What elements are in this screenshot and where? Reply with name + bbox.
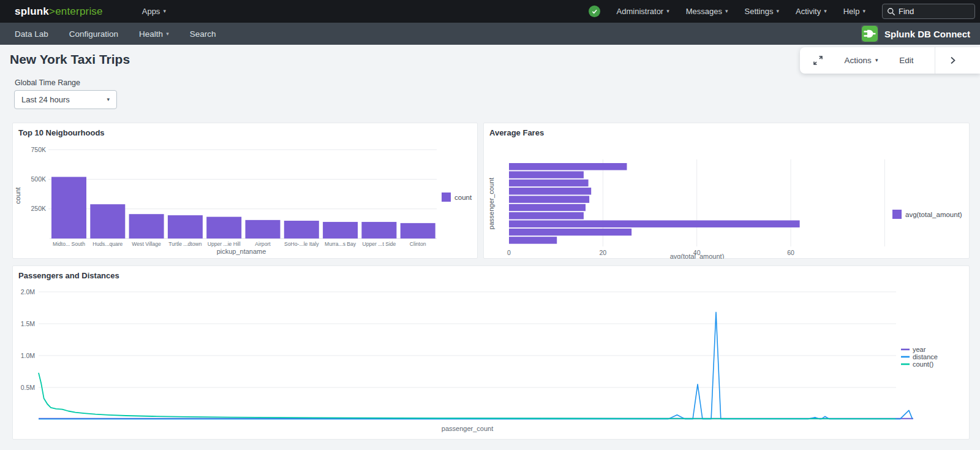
apps-menu-label: Apps <box>142 7 160 16</box>
nav-item-health[interactable]: Health ▾ <box>139 29 169 39</box>
app-name: Splunk DB Connect <box>884 29 970 39</box>
svg-text:20: 20 <box>600 249 607 256</box>
fullscreen-button[interactable] <box>800 47 835 74</box>
panel-title: Top 10 Neigbourhoods <box>13 123 477 137</box>
settings-menu-label: Settings <box>745 7 774 16</box>
svg-text:distance: distance <box>913 353 938 360</box>
svg-text:1.5M: 1.5M <box>21 320 35 327</box>
time-range-dropdown[interactable]: Last 24 hours ▾ <box>14 90 117 109</box>
svg-text:passenger_count: passenger_count <box>488 178 495 229</box>
actions-button-label: Actions <box>845 56 872 65</box>
logo-product: >enterprise <box>49 6 103 17</box>
more-panel-button[interactable] <box>935 47 970 74</box>
caret-down-icon: ▾ <box>862 9 865 14</box>
messages-menu-label: Messages <box>686 7 722 16</box>
messages-menu[interactable]: Messages ▾ <box>686 7 728 16</box>
top-10-neighbourhoods-chart[interactable]: 250K500K750KMidto... SouthHuds...quareWe… <box>13 137 478 259</box>
svg-text:avg(total_amount): avg(total_amount) <box>905 211 962 218</box>
search-icon <box>887 7 895 16</box>
actions-button[interactable]: Actions ▾ <box>835 47 887 74</box>
panel-title: Passengers and Distances <box>13 266 969 280</box>
svg-text:0.5M: 0.5M <box>21 384 35 391</box>
expand-icon <box>813 55 823 66</box>
svg-text:Clinton: Clinton <box>410 241 426 247</box>
passengers-and-distances-chart[interactable]: 0.5M1.0M1.5M2.0Mpassenger_countyeardista… <box>13 280 970 440</box>
nav-item-label: Search <box>190 29 216 39</box>
time-range-value: Last 24 hours <box>21 95 107 104</box>
user-menu[interactable]: Administrator ▾ <box>617 7 669 16</box>
settings-menu[interactable]: Settings ▾ <box>745 7 780 16</box>
health-status-icon[interactable] <box>589 6 600 17</box>
average-fares-chart[interactable]: 0204060avg(total_amount)passenger_counta… <box>484 137 970 259</box>
time-range-label: Global Time Range <box>15 78 80 87</box>
panel-passengers-and-distances: Passengers and Distances 0.5M1.0M1.5M2.0… <box>12 265 970 440</box>
user-menu-label: Administrator <box>617 7 664 16</box>
db-connect-plug-icon <box>861 25 878 42</box>
caret-down-icon: ▾ <box>725 9 728 14</box>
svg-text:250K: 250K <box>31 205 46 212</box>
svg-text:500K: 500K <box>31 175 46 183</box>
dashboard-content: Actions ▾ Edit New York Taxi Trips Globa… <box>0 45 980 450</box>
panel-title: Average Fares <box>484 123 969 137</box>
check-icon <box>591 8 598 15</box>
nav-item-label: Data Lab <box>15 29 48 39</box>
svg-text:Upper ...ie Hill: Upper ...ie Hill <box>208 241 241 247</box>
nav-item-label: Health <box>139 29 163 39</box>
help-menu[interactable]: Help ▾ <box>843 7 865 16</box>
find-input[interactable] <box>899 7 966 16</box>
help-menu-label: Help <box>843 7 860 16</box>
svg-text:2.0M: 2.0M <box>21 288 35 296</box>
caret-down-icon: ▾ <box>666 9 669 14</box>
nav-item-label: Configuration <box>69 29 118 39</box>
caret-down-icon: ▾ <box>166 31 169 37</box>
nav-item-configuration[interactable]: Configuration <box>69 29 118 39</box>
svg-text:West Village: West Village <box>132 241 161 247</box>
logo-brand: splunk <box>15 6 49 17</box>
splunk-logo[interactable]: splunk>enterprise <box>15 6 103 18</box>
svg-text:1.0M: 1.0M <box>21 352 35 359</box>
svg-text:count(): count() <box>913 360 933 368</box>
svg-text:year: year <box>913 346 926 353</box>
nav-item-search[interactable]: Search <box>190 29 216 39</box>
svg-text:Airport: Airport <box>255 241 271 247</box>
svg-text:Murra...s Bay: Murra...s Bay <box>325 241 356 247</box>
svg-text:Huds...quare: Huds...quare <box>92 241 123 247</box>
svg-text:SoHo-...le Italy: SoHo-...le Italy <box>284 241 319 247</box>
caret-down-icon: ▾ <box>824 9 827 14</box>
svg-text:0: 0 <box>507 249 511 256</box>
nav-item-data-lab[interactable]: Data Lab <box>15 29 48 39</box>
edit-button[interactable]: Edit <box>887 47 926 74</box>
svg-text:avg(total_amount): avg(total_amount) <box>670 253 725 259</box>
svg-text:Midto... South: Midto... South <box>53 241 85 247</box>
apps-menu[interactable]: Apps ▾ <box>142 7 166 16</box>
svg-text:pickup_ntaname: pickup_ntaname <box>217 248 266 255</box>
activity-menu-label: Activity <box>796 7 821 16</box>
panel-top-10-neighbourhoods: Top 10 Neigbourhoods 250K500K750KMidto..… <box>12 123 478 259</box>
caret-down-icon: ▾ <box>107 97 110 102</box>
edit-button-label: Edit <box>899 56 913 65</box>
dashboard-toolbar: Actions ▾ Edit <box>800 47 980 74</box>
app-badge-db-connect[interactable]: Splunk DB Connect <box>861 25 970 42</box>
svg-text:count: count <box>14 188 21 204</box>
top-nav: splunk>enterprise Apps ▾ Administrator ▾… <box>0 0 980 23</box>
find-search-box[interactable] <box>882 4 975 19</box>
svg-text:passenger_count: passenger_count <box>442 425 493 432</box>
svg-text:Upper ...t Side: Upper ...t Side <box>362 241 396 247</box>
caret-down-icon: ▾ <box>776 9 779 14</box>
caret-down-icon: ▾ <box>875 58 878 63</box>
activity-menu[interactable]: Activity ▾ <box>796 7 827 16</box>
chevron-right-icon <box>948 55 958 66</box>
page-title: New York Taxi Trips <box>10 52 130 67</box>
svg-text:750K: 750K <box>31 146 46 153</box>
svg-text:count: count <box>454 194 472 201</box>
panel-average-fares: Average Fares 0204060avg(total_amount)pa… <box>483 123 970 259</box>
top-nav-right: Administrator ▾ Messages ▾ Settings ▾ Ac… <box>589 4 975 19</box>
app-nav: Data Lab Configuration Health ▾ Search S… <box>0 23 980 45</box>
svg-text:60: 60 <box>787 249 794 256</box>
caret-down-icon: ▾ <box>163 9 166 14</box>
svg-text:Turtle ...dtown: Turtle ...dtown <box>168 241 202 247</box>
